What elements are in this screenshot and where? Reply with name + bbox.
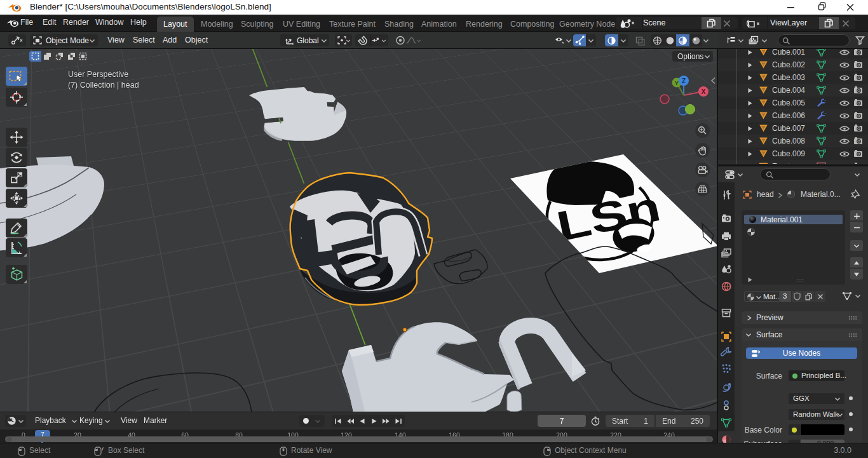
svg-text:Z: Z bbox=[682, 77, 686, 84]
svg-text:Y: Y bbox=[675, 79, 679, 86]
svg-text:X: X bbox=[702, 88, 706, 95]
